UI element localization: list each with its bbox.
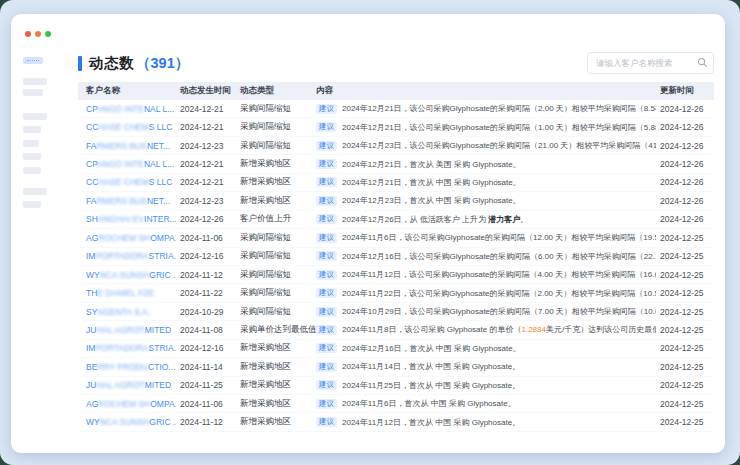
occur-time-cell: 2024-11-06	[176, 399, 236, 409]
customer-name-link[interactable]: CPANGO INTENAL L...	[78, 159, 176, 169]
dynamic-type-cell: 采购间隔缩短	[236, 306, 316, 318]
occur-time-cell: 2024-11-22	[176, 288, 236, 298]
dynamic-type-cell: 新增采购地区	[236, 398, 316, 410]
table-row: FARMERS BUSNET...2024-12-23新增采购地区建议2024年…	[78, 192, 714, 210]
update-time-cell: 2024-12-25	[656, 251, 714, 261]
content-cell: 建议2024年11月22日，该公司采购Glyphosate的采购间隔（2.00 …	[316, 288, 656, 299]
content-cell: 建议2024年12月16日，该公司采购Glyphosate的采购间隔（6.00 …	[316, 251, 656, 262]
table-row: CCHASE CHEMS LLC2024-12-21新增采购地区建议2024年1…	[78, 174, 714, 192]
customer-name-prefix: BE	[86, 362, 97, 372]
content-cell: 建议2024年12月21日，首次从 美国 采购 Glyphosate。	[316, 159, 656, 170]
search-input[interactable]	[587, 52, 714, 74]
customer-name-link[interactable]: JUHAL AGROTMITED	[78, 380, 176, 390]
customer-name-link[interactable]: BERRY PRODUCTIO...	[78, 362, 176, 372]
suggestion-badge: 建议	[316, 399, 337, 409]
customer-name-link[interactable]: FARMERS BUSNET...	[78, 141, 176, 151]
customer-name-link[interactable]: CCHASE CHEMS LLC	[78, 177, 176, 187]
suggestion-badge: 建议	[316, 343, 337, 353]
customer-name-link[interactable]: FARMERS BUSNET...	[78, 196, 176, 206]
suggestion-badge: 建议	[316, 362, 337, 372]
content-cell: 建议2024年12月21日，该公司采购Glyphosate的采购间隔（1.00 …	[316, 122, 656, 133]
table-row: BERRY PRODUCTIO...2024-11-14新增采购地区建议2024…	[78, 358, 714, 376]
customer-name-prefix: CC	[86, 177, 98, 187]
customer-name-link[interactable]: SHANGHAI EVINTER...	[78, 214, 176, 224]
customer-name-link[interactable]: SYNGENTA S.A.	[78, 307, 176, 317]
customer-name-prefix: CP	[86, 104, 97, 114]
table-body: CPANGO INTENAL L...2024-12-21采购间隔缩短建议202…	[78, 100, 714, 432]
content-cell: 建议2024年12月23日，首次从 中国 采购 Glyphosate。	[316, 195, 656, 206]
update-time-cell: 2024-12-25	[656, 270, 714, 280]
customer-name-link[interactable]: CPANGO INTENAL L...	[78, 104, 176, 114]
sidebar-item-placeholder[interactable]	[23, 113, 47, 120]
occur-time-cell: 2024-11-12	[176, 270, 236, 280]
update-time-cell: 2024-12-25	[656, 399, 714, 409]
customer-name-redacted: NCA SUNSH	[100, 270, 150, 280]
search-icon[interactable]	[697, 57, 708, 68]
title-accent-bar	[78, 56, 82, 71]
customer-name-suffix: GRIC ...	[149, 417, 176, 427]
customer-name-redacted: RMERS BUS	[96, 141, 147, 151]
table-row: IMPORTADORASTRIA...2024-12-16新增采购地区建议202…	[78, 340, 714, 358]
sidebar-item-placeholder[interactable]	[23, 201, 41, 208]
content-cell: 建议2024年11月6日，首次从 中国 采购 Glyphosate。	[316, 398, 656, 409]
customer-name-prefix: TH	[86, 288, 97, 298]
content-text: 2024年11月12日，该公司采购Glyphosate的采购间隔（4.00 天）…	[342, 269, 656, 280]
sidebar-item-placeholder[interactable]	[23, 126, 41, 133]
update-time-cell: 2024-12-26	[656, 104, 714, 114]
customer-name-prefix: AG	[86, 399, 98, 409]
sidebar-item-placeholder[interactable]	[23, 188, 47, 195]
suggestion-badge: 建议	[316, 122, 337, 132]
update-time-cell: 2024-12-26	[656, 214, 714, 224]
customer-name-link[interactable]: CCHASE CHEMS LLC	[78, 122, 176, 132]
update-time-cell: 2024-12-25	[656, 362, 714, 372]
customer-name-redacted: ANGO INTE	[97, 159, 144, 169]
table-row: WYNCA SUNSHGRIC ...2024-11-12采购间隔缩短建议202…	[78, 266, 714, 284]
content-text: 2024年11月14日，首次从 中国 采购 Glyphosate。	[342, 361, 520, 372]
dynamic-type-cell: 新增采购地区	[236, 416, 316, 428]
customer-name-link[interactable]: IMPORTADORASTRIA...	[78, 343, 176, 353]
content-text: 2024年11月8日，该公司采购 Glyphosate 的单价（1.2884美元…	[342, 324, 656, 335]
customer-name-link[interactable]: IMPORTADORASTRIA...	[78, 251, 176, 261]
sidebar-item-placeholder[interactable]	[23, 89, 43, 96]
occur-time-cell: 2024-12-26	[176, 214, 236, 224]
content-cell: 建议2024年11月25日，首次从 中国 采购 Glyphosate。	[316, 380, 656, 391]
customer-name-link[interactable]: AGROCHEM SHOMPA...	[78, 233, 176, 243]
occur-time-cell: 2024-11-08	[176, 325, 236, 335]
sidebar-item-active[interactable]	[23, 57, 43, 64]
customer-name-link[interactable]: AGROCHEM SHOMPA...	[78, 399, 176, 409]
sidebar-item-placeholder[interactable]	[23, 140, 39, 147]
dynamic-type-cell: 采购间隔缩短	[236, 140, 316, 152]
table-row: AGROCHEM SHOMPA...2024-11-06采购间隔缩短建议2024…	[78, 229, 714, 247]
customer-name-suffix: MITED	[145, 380, 171, 390]
table-row: JUHAL AGROTMITED2024-11-08采购单价达到最低值建议202…	[78, 321, 714, 339]
dynamic-type-cell: 新增采购地区	[236, 176, 316, 188]
dynamic-type-cell: 新增采购地区	[236, 361, 316, 373]
customer-name-suffix: NAL L...	[144, 159, 174, 169]
update-time-cell: 2024-12-26	[656, 141, 714, 151]
customer-name-suffix: STRIA...	[149, 343, 176, 353]
sidebar-item-placeholder[interactable]	[23, 78, 47, 85]
content-text: 2024年11月6日，该公司采购Glyphosate的采购间隔（12.00 天）…	[342, 232, 656, 243]
customer-name-link[interactable]: WYNCA SUNSHGRIC ...	[78, 417, 176, 427]
table-row: AGROCHEM SHOMPA...2024-11-06新增采购地区建议2024…	[78, 395, 714, 413]
dynamics-table: 客户名称 动态发生时间 动态类型 内容 更新时间 CPANGO INTENAL …	[78, 82, 714, 432]
customer-name-suffix: NET...	[147, 196, 170, 206]
customer-name-redacted: NCA SUNSH	[100, 417, 150, 427]
sidebar-item-placeholder[interactable]	[23, 153, 41, 160]
update-time-cell: 2024-12-25	[656, 288, 714, 298]
suggestion-badge: 建议	[316, 141, 337, 151]
customer-name-suffix: NAL L...	[144, 104, 174, 114]
customer-name-link[interactable]: JUHAL AGROTMITED	[78, 325, 176, 335]
sidebar-item-placeholder[interactable]	[23, 167, 41, 174]
customer-name-link[interactable]: WYNCA SUNSHGRIC ...	[78, 270, 176, 280]
customer-name-redacted: ANGO INTE	[97, 104, 144, 114]
dynamic-type-cell: 采购间隔缩短	[236, 269, 316, 281]
customer-name-link[interactable]: THE DANIEL FZE	[78, 288, 176, 298]
content-text: 2024年11月12日，首次从 中国 采购 Glyphosate。	[342, 417, 520, 428]
dynamic-type-cell: 新增采购地区	[236, 158, 316, 170]
page-background: { "window": { "traffic_lights": ["#f25d4…	[0, 0, 740, 465]
customer-name-redacted: RRY PRODU	[97, 362, 148, 372]
suggestion-badge: 建议	[316, 251, 337, 261]
update-time-cell: 2024-12-26	[656, 159, 714, 169]
customer-name-suffix: CTIO...	[148, 362, 175, 372]
